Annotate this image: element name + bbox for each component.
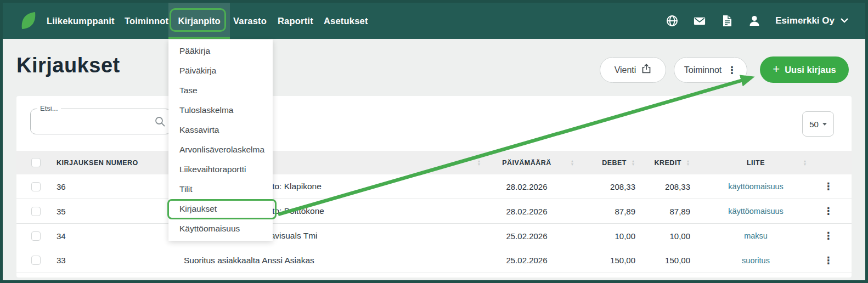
row-checkbox[interactable] xyxy=(31,182,41,191)
header-debit[interactable]: DEBET▲▼ xyxy=(573,151,636,174)
top-navigation: Liikekumppanit Toiminnot Kirjanpito Vara… xyxy=(3,3,865,39)
caret-down-icon xyxy=(822,123,827,126)
plus-icon: + xyxy=(773,63,780,75)
document-icon[interactable] xyxy=(720,14,734,27)
search-field: Etsi... xyxy=(30,109,171,134)
entry-date: 28.02.2026 xyxy=(480,199,573,223)
menu-item-paivakirja[interactable]: Päiväkirja xyxy=(168,61,273,81)
header-credit[interactable]: KREDIT▲▼ xyxy=(636,151,691,174)
entry-number: 36 xyxy=(54,174,181,199)
entry-debit: 150,00 xyxy=(573,248,636,273)
page-title: Kirjaukset xyxy=(16,54,120,77)
kebab-menu-icon: ⋮ xyxy=(824,231,833,241)
active-tab-underline xyxy=(168,37,230,39)
table-row[interactable]: 34 Maksu toimittajalle Eksavisuals Tmi 2… xyxy=(16,224,852,248)
header-row-menu xyxy=(820,151,852,174)
actions-button-label: Toiminnot xyxy=(684,65,722,75)
entry-credit: 150,00 xyxy=(636,248,691,273)
page-size-value: 50 xyxy=(809,120,819,129)
header-attachment[interactable]: LIITE▲▼ xyxy=(691,151,820,174)
menu-item-kassavirta[interactable]: Kassavirta xyxy=(168,120,273,140)
mail-icon[interactable] xyxy=(693,14,706,27)
entry-number: 33 xyxy=(54,248,181,273)
app-window: Liikekumppanit Toiminnot Kirjanpito Vara… xyxy=(0,0,868,283)
page-size-select[interactable]: 50 xyxy=(802,111,834,137)
row-menu-button[interactable]: ⋮ xyxy=(820,174,852,199)
user-icon[interactable] xyxy=(748,14,761,27)
company-menu[interactable]: Esimerkki Oy xyxy=(775,15,849,26)
kebab-menu-icon: ⋮ xyxy=(727,65,737,75)
entries-card: Etsi... 50 KIRJAUKSEN NUMERO ▲▼ PÄIVÄMÄÄ… xyxy=(16,96,852,278)
menu-item-tuloslaskelma[interactable]: Tuloslaskelma xyxy=(168,100,273,120)
row-menu-button[interactable]: ⋮ xyxy=(820,248,852,273)
row-checkbox[interactable] xyxy=(31,256,41,265)
topnav-right-cluster: Esimerkki Oy xyxy=(666,3,849,39)
header-date[interactable]: PÄIVÄMÄÄRÄ▲▼ xyxy=(480,151,573,174)
row-checkbox[interactable] xyxy=(31,207,41,216)
table-header: KIRJAUKSEN NUMERO ▲▼ PÄIVÄMÄÄRÄ▲▼ DEBET▲… xyxy=(16,151,852,174)
nav-item-liikekumppanit[interactable]: Liikekumppanit xyxy=(47,3,115,39)
row-checkbox[interactable] xyxy=(31,231,41,241)
nav-item-toiminnot[interactable]: Toiminnot xyxy=(125,3,168,39)
menu-item-paakirja[interactable]: Pääkirja xyxy=(168,41,273,61)
attachment-link[interactable]: käyttöomaisuus xyxy=(691,174,820,199)
attachment-link[interactable]: käyttöomaisuus xyxy=(691,199,820,223)
attachment-link[interactable]: maksu xyxy=(691,224,820,248)
sort-icon[interactable]: ▲▼ xyxy=(632,160,635,166)
entry-description: Suoritus asiakkaalta Anssi Asiakas xyxy=(181,248,480,273)
entry-date: 28.02.2026 xyxy=(480,174,573,199)
table-row[interactable]: 33 Suoritus asiakkaalta Anssi Asiakas 25… xyxy=(16,248,852,273)
export-button-label: Vienti xyxy=(615,65,636,75)
entry-credit: 10,00 xyxy=(636,224,691,248)
kebab-menu-icon: ⋮ xyxy=(824,256,833,265)
entry-debit: 87,89 xyxy=(573,199,636,223)
actions-button[interactable]: Toiminnot ⋮ xyxy=(674,57,747,83)
leaf-icon xyxy=(19,10,38,31)
company-name: Esimerkki Oy xyxy=(775,15,835,26)
menu-item-tase[interactable]: Tase xyxy=(168,81,273,100)
nav-item-raportit[interactable]: Raportit xyxy=(278,3,313,39)
search-input[interactable] xyxy=(31,109,171,134)
chevron-down-icon xyxy=(840,15,849,26)
new-entry-button-label: Uusi kirjaus xyxy=(785,65,836,75)
sort-icon[interactable]: ▲▼ xyxy=(686,160,690,166)
menu-item-tilit[interactable]: Tilit xyxy=(168,179,273,199)
attachment-link[interactable]: suoritus xyxy=(691,248,820,273)
entry-credit: 208,33 xyxy=(636,174,691,199)
table-row[interactable]: 36 Käyttöomaisuuden poisto: Klapikone 28… xyxy=(16,174,852,199)
entry-number: 34 xyxy=(54,224,181,248)
export-icon xyxy=(641,64,651,76)
kebab-menu-icon: ⋮ xyxy=(824,206,833,216)
entry-date: 25.02.2026 xyxy=(480,224,573,248)
nav-item-asetukset[interactable]: Asetukset xyxy=(324,3,368,39)
nav-item-varasto[interactable]: Varasto xyxy=(233,3,267,39)
new-entry-button[interactable]: + Uusi kirjaus xyxy=(760,56,849,83)
header-entry-number[interactable]: KIRJAUKSEN NUMERO xyxy=(54,151,181,174)
entry-debit: 10,00 xyxy=(573,224,636,248)
entry-number: 35 xyxy=(54,199,181,223)
menu-item-liikevaihtoraportti[interactable]: Liikevaihtoraportti xyxy=(168,160,273,179)
entry-credit: 87,89 xyxy=(636,199,691,223)
sort-icon[interactable]: ▲▼ xyxy=(803,160,807,166)
row-menu-button[interactable]: ⋮ xyxy=(820,224,852,248)
nav-item-kirjanpito[interactable]: Kirjanpito xyxy=(168,3,230,39)
globe-icon[interactable] xyxy=(666,14,679,27)
kebab-menu-icon: ⋮ xyxy=(824,182,833,191)
header-checkbox-cell xyxy=(16,151,54,174)
select-all-checkbox[interactable] xyxy=(31,158,41,167)
accounting-dropdown-menu: Pääkirja Päiväkirja Tase Tuloslaskelma K… xyxy=(168,39,273,241)
search-icon xyxy=(154,116,166,130)
export-button[interactable]: Vienti xyxy=(600,57,666,83)
row-menu-button[interactable]: ⋮ xyxy=(820,199,852,223)
menu-item-arvonlisaverolaskelma[interactable]: Arvonlisäverolaskelma xyxy=(168,140,273,160)
entry-date: 25.02.2026 xyxy=(480,248,573,273)
table-row[interactable]: 35 Käyttöomaisuuden poisto: Polttokone 2… xyxy=(16,199,852,224)
menu-item-kayttoomaisuus[interactable]: Käyttöomaisuus xyxy=(168,219,273,239)
entry-debit: 208,33 xyxy=(573,174,636,199)
menu-item-kirjaukset[interactable]: Kirjaukset xyxy=(168,199,273,219)
nav-item-kirjanpito-label: Kirjanpito xyxy=(178,16,221,26)
